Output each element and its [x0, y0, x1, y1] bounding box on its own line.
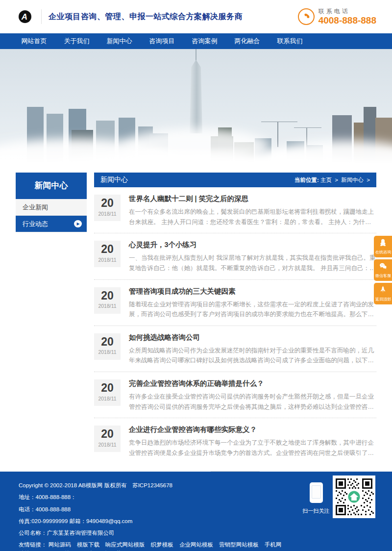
- content-header: 新闻中心 当前位置: 主页 > 新闻中心 >: [94, 173, 376, 187]
- news-text: 企业进行企业管控咨询有哪些实际意义？ 竞争日趋激烈的市场经济环境下每一个企业为了…: [129, 425, 376, 458]
- float-button-label: 微信客服: [375, 273, 391, 278]
- news-summary: 随着现在企业对管理咨询项目的需求不断增长，这些需求在一定的程度上促进了咨询业的发…: [129, 300, 376, 320]
- nav-item[interactable]: 两化融合: [226, 37, 269, 46]
- news-date-day: 20: [94, 335, 121, 349]
- float-button-label: 在线咨询: [375, 250, 391, 255]
- sidebar-item-label: 企业新闻: [23, 199, 48, 215]
- news-title[interactable]: 完善企业管控咨询体系的正确举措是什么？: [129, 379, 376, 388]
- breadcrumb-separator: >: [367, 177, 370, 183]
- news-date-ym: 2018/11: [94, 349, 121, 355]
- footer-links-label: 友情链接：: [19, 542, 47, 548]
- news-text: 完善企业管控咨询体系的正确举措是什么？ 有许多企业在接受企业管控咨询公司提供的咨…: [129, 378, 376, 412]
- nav-item[interactable]: 关于我们: [55, 37, 98, 46]
- hero-banner-image: [0, 49, 392, 169]
- news-date-day: 20: [94, 289, 121, 303]
- news-date-ym: 2018/11: [94, 442, 121, 448]
- footer-link[interactable]: 织梦模板: [151, 542, 173, 548]
- site-logo[interactable]: A: [19, 10, 31, 23]
- footer-link[interactable]: 营销型网站模板: [219, 542, 259, 548]
- footer-link[interactable]: 响应式网站模版: [105, 542, 145, 548]
- wechat-service-button[interactable]: 微信客服: [374, 259, 392, 281]
- nav-item[interactable]: 咨询案例: [183, 37, 226, 46]
- logo-letter: A: [22, 13, 27, 21]
- site-slogan: 企业项目咨询、管理、申报一站式综合方案解决服务商: [49, 12, 243, 22]
- news-text: 世界名人幽默十二则 | 笑完之后的深思 在一个有众多名流出席的晚会上，鬓发斑白的…: [129, 194, 376, 227]
- news-date-ym: 2018/11: [94, 303, 121, 309]
- float-button-label: 返回顶部: [375, 297, 391, 302]
- contact-number: 4008-888-888: [318, 16, 376, 26]
- nav-item[interactable]: 新闻中心: [98, 37, 141, 46]
- news-title[interactable]: 如何挑选战略咨询公司: [129, 333, 376, 342]
- phone-icon: [298, 8, 315, 25]
- site-header: A 企业项目咨询、管理、申报一站式综合方案解决服务商 联系电话 4008-888…: [0, 0, 392, 33]
- floating-toolbar: 在线咨询 微信客服: [374, 236, 392, 306]
- footer-company: 公司名称：广东某某咨询管理有限公司: [19, 529, 392, 537]
- news-item[interactable]: 20 2018/11 完善企业管控咨询体系的正确举措是什么？ 有许多企业在接受企…: [94, 372, 376, 418]
- news-title[interactable]: 企业进行企业管控咨询有哪些实际意义？: [129, 425, 376, 434]
- main-area: 新闻中心 企业新闻 ▶ 行业动态 ▶ 新闻中心 当前位置: 主页 >: [16, 173, 376, 483]
- breadcrumb-home[interactable]: 主页: [320, 177, 332, 183]
- nav-item[interactable]: 联系我们: [269, 37, 311, 46]
- back-to-top-button[interactable]: 返回顶部: [374, 283, 392, 304]
- sidebar-title: 新闻中心: [16, 173, 87, 199]
- sidebar-item[interactable]: 行业动态 ▶: [16, 216, 87, 232]
- breadcrumb-label: 当前位置:: [294, 177, 319, 183]
- news-title[interactable]: 世界名人幽默十二则 | 笑完之后的深思: [129, 194, 376, 203]
- news-summary: 在一个有众多名流出席的晚会上，鬓发斑白的巴基斯坦影坛老将雷利拄着拐杖，蹒跚地走上…: [129, 207, 376, 227]
- scan-follow: 扫一扫关注: [300, 482, 332, 515]
- arrow-circle-icon: ▶: [74, 220, 82, 227]
- footer-links: 友情链接： 网站源码 模版下载 响应式网站模版 织梦模板 企业网站模板 营销型网…: [19, 541, 286, 551]
- news-summary: 众所周知战略咨询公司作为企业发展迷茫时的指南针对于企业的重要性是不言而喻的，近几…: [129, 346, 376, 366]
- online-consult-button[interactable]: 在线咨询: [374, 236, 392, 257]
- scan-label: 扫一扫关注: [300, 507, 332, 515]
- news-date-box: 20 2018/11: [94, 333, 121, 360]
- news-title[interactable]: 心灵提升，3个小练习: [129, 240, 376, 250]
- news-date-box: 20 2018/11: [94, 241, 121, 267]
- news-item[interactable]: 20 2018/11 如何挑选战略咨询公司 众所周知战略咨询公司作为企业发展迷茫…: [94, 326, 376, 372]
- news-date-day: 20: [94, 427, 121, 441]
- breadcrumb: 当前位置: 主页 > 新闻中心 >: [294, 176, 371, 184]
- contact-text: 联系电话 4008-888-888: [318, 7, 376, 26]
- news-date-box: 20 2018/11: [94, 195, 121, 221]
- news-summary: 竞争日趋激烈的市场经济环境下每一个企业为了立于不败之地使出了浑身解数，其中进行企…: [129, 438, 376, 458]
- footer-link[interactable]: 模版下载: [77, 542, 99, 548]
- header-contact: 联系电话 4008-888-888: [298, 7, 376, 26]
- sidebar-item[interactable]: 企业新闻 ▶: [16, 199, 87, 216]
- nav-item[interactable]: 网站首页: [13, 37, 55, 46]
- news-summary: 有许多企业在接受企业管控咨询公司提供的咨询服务时会产生豁然开朗之感，但是一旦企业…: [129, 392, 376, 412]
- news-item[interactable]: 20 2018/11 世界名人幽默十二则 | 笑完之后的深思 在一个有众多名流出…: [94, 187, 376, 233]
- contact-label: 联系电话: [318, 7, 376, 16]
- news-text: 心灵提升，3个小练习 一、当我在批评别人指责别人时 我深层地了解对方就是我，其实…: [129, 240, 376, 273]
- news-item[interactable]: 20 2018/11 心灵提升，3个小练习 一、当我在批评别人指责别人时 我深层…: [94, 233, 376, 279]
- header-divider: [41, 9, 42, 24]
- news-date-box: 20 2018/11: [94, 426, 121, 452]
- breadcrumb-separator: >: [335, 177, 338, 183]
- news-item[interactable]: 20 2018/11 企业进行企业管控咨询有哪些实际意义？ 竞争日趋激烈的市场经…: [94, 418, 376, 464]
- news-date-box: 20 2018/11: [94, 287, 121, 314]
- footer-link[interactable]: 企业网站模板: [179, 542, 213, 548]
- breadcrumb-section[interactable]: 新闻中心: [341, 177, 364, 183]
- news-date-day: 20: [94, 381, 121, 395]
- news-date-ym: 2018/11: [94, 257, 121, 263]
- section-title: 新闻中心: [100, 175, 128, 184]
- wechat-icon: [379, 262, 387, 272]
- news-date-day: 20: [94, 243, 121, 256]
- news-title[interactable]: 管理咨询项目成功的三大关键因素: [129, 287, 376, 296]
- news-date-ym: 2018/11: [94, 396, 121, 401]
- nav-item[interactable]: 咨询项目: [141, 37, 183, 46]
- content-column: 新闻中心 当前位置: 主页 > 新闻中心 > 20 2018/11: [94, 173, 376, 483]
- main-nav: 网站首页 关于我们 新闻中心 咨询项目 咨询案例 两化融合 联系我们: [0, 33, 392, 49]
- sidebar-item-label: 行业动态: [23, 216, 48, 232]
- news-list: 20 2018/11 世界名人幽默十二则 | 笑完之后的深思 在一个有众多名流出…: [94, 187, 376, 464]
- news-item[interactable]: 20 2018/11 管理咨询项目成功的三大关键因素 随着现在企业对管理咨询项目…: [94, 280, 376, 326]
- news-text: 如何挑选战略咨询公司 众所周知战略咨询公司作为企业发展迷茫时的指南针对于企业的重…: [129, 332, 376, 366]
- news-date-ym: 2018/11: [94, 211, 121, 217]
- page: A 企业项目咨询、管理、申报一站式综合方案解决服务商 联系电话 4008-888…: [0, 0, 392, 551]
- news-date-box: 20 2018/11: [94, 379, 121, 406]
- site-footer: Copyright © 2002-2018 AB模版网 版权所有 苏ICP123…: [0, 472, 392, 551]
- qr-code: [333, 476, 375, 518]
- rocket-icon: [379, 285, 387, 296]
- footer-link[interactable]: 网站源码: [49, 542, 71, 548]
- news-date-day: 20: [94, 197, 121, 210]
- mobile-phone-icon: [310, 482, 323, 503]
